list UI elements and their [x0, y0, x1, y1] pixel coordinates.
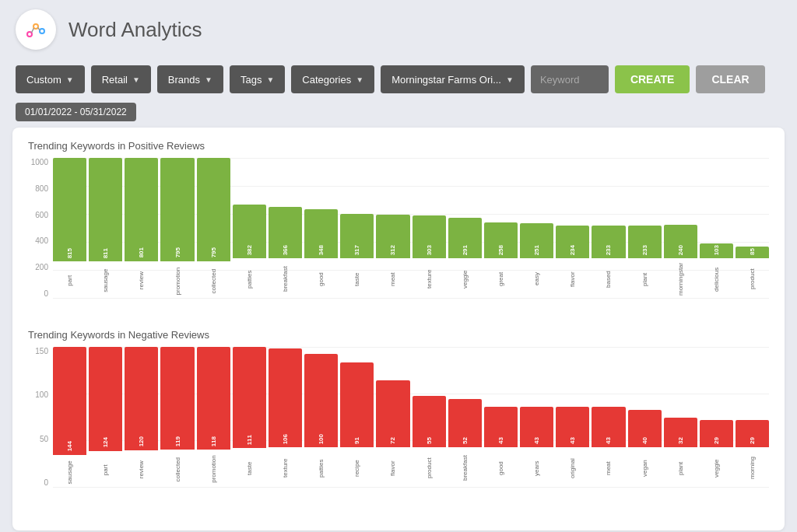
- bar: 103: [700, 243, 733, 258]
- y-axis: 10008006004002000: [28, 158, 51, 298]
- create-button[interactable]: CREATE: [615, 65, 690, 93]
- chevron-down-icon: ▼: [205, 75, 212, 84]
- bar: 100: [304, 354, 338, 447]
- keyword-input[interactable]: [531, 65, 609, 93]
- bars-area: 144sausage124part120review119collected11…: [53, 347, 769, 487]
- analytics-icon: [23, 17, 48, 42]
- bar-col: 233based: [592, 158, 625, 298]
- bar-col: 120review: [125, 347, 158, 487]
- bar: 43: [592, 407, 625, 447]
- bar-label: meat: [605, 450, 612, 487]
- bar-label: taste: [246, 450, 253, 487]
- bar-col: 100patties: [304, 347, 338, 487]
- bar-label: easy: [533, 261, 540, 298]
- bar: 240: [664, 225, 697, 258]
- bars-area: 815part811sausage801review795promotion79…: [53, 158, 769, 298]
- bar: 233: [592, 226, 625, 258]
- bar-col: 106texture: [269, 347, 302, 487]
- negative-chart-section: Trending Keywords in Negative Reviews 15…: [28, 329, 769, 502]
- svg-point-2: [40, 29, 44, 33]
- bar-label: original: [569, 450, 576, 487]
- bar: 291: [448, 218, 482, 258]
- bar-label: sausage: [102, 264, 109, 298]
- bar-label: vegan: [641, 450, 648, 487]
- bar: 32: [664, 418, 697, 447]
- bar-label: product: [426, 450, 433, 487]
- bar: 317: [340, 214, 374, 258]
- svg-line-3: [32, 28, 34, 33]
- bar-col: 43years: [520, 347, 553, 487]
- bar-label: promotion: [210, 452, 217, 487]
- bar: 348: [304, 209, 338, 258]
- chevron-down-icon: ▼: [132, 75, 140, 84]
- bar-label: based: [605, 261, 612, 298]
- bar-label: meat: [389, 261, 396, 298]
- custom-dropdown[interactable]: Custom ▼: [16, 65, 85, 93]
- logo-circle: [16, 9, 56, 50]
- bar: 795: [160, 158, 194, 261]
- bar-label: good: [318, 261, 325, 298]
- bar: 233: [628, 226, 662, 258]
- bar: 124: [89, 347, 122, 451]
- chevron-down-icon: ▼: [266, 75, 274, 84]
- bar-label: collected: [210, 264, 217, 298]
- negative-chart-title: Trending Keywords in Negative Reviews: [28, 329, 769, 341]
- chevron-down-icon: ▼: [506, 75, 514, 84]
- bar: 85: [736, 247, 769, 258]
- bar: 40: [628, 410, 662, 447]
- retail-dropdown[interactable]: Retail ▼: [91, 65, 151, 93]
- bar: 366: [269, 207, 302, 258]
- bar: 144: [53, 347, 86, 455]
- header: Word Analytics: [0, 0, 797, 59]
- bar-col: 72flavor: [376, 347, 409, 487]
- brands-dropdown[interactable]: Brands ▼: [157, 65, 223, 93]
- bar-col: 811sausage: [89, 158, 122, 298]
- bar-label: sausage: [66, 457, 73, 487]
- bar-col: 40vegan: [628, 347, 662, 487]
- bar-col: 29veggie: [700, 347, 733, 487]
- bar: 251: [520, 223, 553, 258]
- bar-col: 795promotion: [160, 158, 194, 298]
- bar-col: 251easy: [520, 158, 553, 298]
- bar-label: years: [533, 450, 540, 487]
- tags-dropdown[interactable]: Tags ▼: [230, 65, 285, 93]
- charts-container: Trending Keywords in Positive Reviews 10…: [12, 128, 785, 530]
- toolbar: Custom ▼ Retail ▼ Brands ▼ Tags ▼ Catego…: [0, 59, 797, 100]
- bar-col: 233plant: [628, 158, 662, 298]
- bar-col: 43original: [556, 347, 589, 487]
- bar-label: breakfast: [462, 450, 469, 487]
- bar-label: flavor: [569, 261, 576, 298]
- bar-label: plant: [641, 261, 648, 298]
- bar-label: recipe: [353, 450, 360, 487]
- svg-point-0: [27, 32, 32, 37]
- categories-dropdown[interactable]: Categories ▼: [291, 65, 374, 93]
- date-badge: 01/01/2022 - 05/31/2022: [16, 103, 136, 121]
- bar-label: product: [749, 261, 756, 298]
- bar-label: texture: [282, 450, 289, 487]
- bar-col: 795collected: [197, 158, 230, 298]
- bar: 303: [413, 215, 446, 258]
- bar-col: 258great: [484, 158, 518, 298]
- bar-col: 118promotion: [197, 347, 230, 487]
- bar-col: 103delicious: [700, 158, 733, 298]
- bar-label: part: [102, 453, 109, 487]
- date-range: 01/01/2022 - 05/31/2022: [16, 103, 781, 121]
- bar: 119: [160, 347, 194, 450]
- bar-col: 111taste: [233, 347, 266, 487]
- bar-label: patties: [318, 450, 325, 487]
- bar-col: 43meat: [592, 347, 625, 487]
- bar: 120: [125, 347, 158, 450]
- clear-button[interactable]: CLEAR: [696, 65, 764, 93]
- bar-col: 234flavor: [556, 158, 589, 298]
- bar-col: 303texture: [413, 158, 446, 298]
- bar-col: 29morning: [736, 347, 769, 487]
- bar-label: patties: [246, 261, 253, 298]
- bar: 91: [340, 362, 374, 447]
- bar-col: 85product: [736, 158, 769, 298]
- bar: 801: [125, 158, 158, 261]
- bar: 29: [736, 420, 769, 447]
- bar: 106: [269, 348, 302, 447]
- bar-col: 52breakfast: [448, 347, 482, 487]
- bar: 43: [556, 407, 589, 447]
- morningstar-dropdown[interactable]: Morningstar Farms Ori... ▼: [381, 65, 525, 93]
